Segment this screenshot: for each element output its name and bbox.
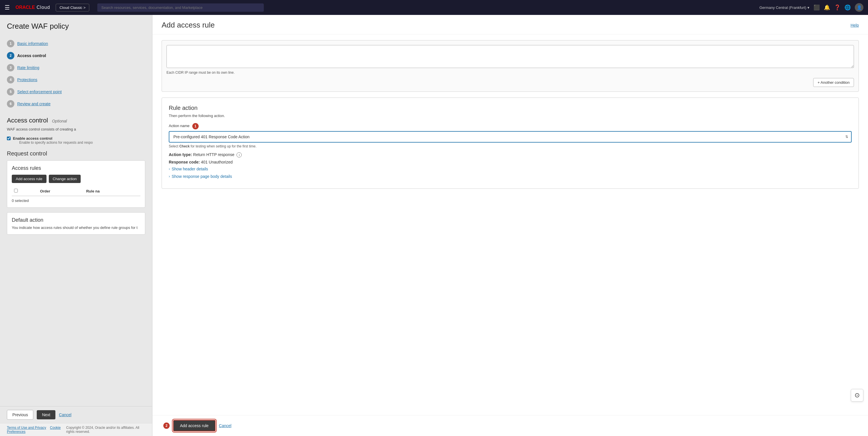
search-bar (97, 3, 264, 12)
access-rules-box: Access rules Add access rule Change acti… (7, 160, 145, 208)
badge-1: 1 (192, 123, 198, 129)
wizard-step-4[interactable]: 4 Protections (7, 74, 145, 86)
cancel-button[interactable]: Cancel (59, 412, 71, 417)
drawer-header: Add access rule Help (152, 15, 868, 34)
step-circle-1: 1 (7, 40, 14, 47)
show-header-details-label: Show header details (172, 167, 208, 171)
oracle-text: ORACLE (16, 5, 35, 10)
step-circle-6: 6 (7, 100, 14, 107)
add-access-rule-button-drawer[interactable]: Add access rule (173, 420, 216, 431)
step-label-2[interactable]: Access control (17, 53, 46, 58)
previous-button[interactable]: Previous (7, 410, 33, 420)
select-hint: Select Check for testing when setting up… (169, 144, 851, 148)
chevron-header-icon: › (169, 167, 170, 171)
rules-toolbar: Add access rule Change action (12, 175, 141, 183)
region-label: Germany Central (Frankfurt) (760, 5, 806, 10)
access-rules-table: Order Rule na (12, 187, 141, 196)
change-action-button[interactable]: Change action (49, 175, 81, 183)
badge-2-wrapper: 2 (162, 423, 169, 429)
region-dropdown-icon: ▾ (807, 5, 809, 10)
info-icon: i (237, 152, 242, 158)
select-all-checkbox[interactable] (14, 189, 18, 193)
rule-action-desc: Then perform the following action. (169, 113, 851, 118)
access-control-heading: Access control (7, 117, 48, 124)
drawer-title: Add access rule (162, 21, 215, 30)
step-label-1[interactable]: Basic information (17, 41, 48, 46)
another-condition-button[interactable]: + Another condition (813, 78, 854, 87)
add-access-rule-drawer: Add access rule Help Each CIDR IP range … (152, 15, 868, 436)
enable-access-control-label[interactable]: Enable access control (13, 136, 52, 140)
floating-help-button[interactable]: ⊙ (851, 389, 863, 402)
checkbox-column-header (12, 187, 38, 196)
step-circle-3: 3 (7, 64, 14, 71)
left-panel: Create WAF policy 1 Basic information 2 … (0, 15, 152, 436)
menu-icon[interactable]: ☰ (5, 4, 10, 11)
terms-left: Terms of Use and Privacy Cookie Preferen… (7, 426, 66, 434)
step-label-6[interactable]: Review and create (17, 102, 51, 106)
cloud-classic-button[interactable]: Cloud Classic > (56, 4, 89, 11)
wizard-steps: 1 Basic information 2 Access control 3 R… (0, 35, 152, 112)
region-selector[interactable]: Germany Central (Frankfurt) ▾ (760, 5, 809, 10)
default-action-heading: Default action (12, 217, 141, 223)
rule-action-section: Rule action Then perform the following a… (162, 98, 859, 189)
globe-icon[interactable]: 🌐 (844, 4, 851, 11)
action-type-info: Action type: Return HTTP response i (169, 152, 851, 158)
oracle-logo: ORACLE Cloud (16, 5, 50, 10)
step-label-4[interactable]: Protections (17, 77, 37, 82)
cidr-textarea[interactable] (166, 45, 854, 68)
search-input[interactable] (97, 3, 264, 12)
help-link[interactable]: Help (850, 23, 859, 28)
rulename-column-header: Rule na (84, 187, 141, 196)
drawer-content: Each CIDR IP range must be on its own li… (152, 34, 868, 415)
top-navigation: ☰ ORACLE Cloud Cloud Classic > Germany C… (0, 0, 868, 15)
wizard-step-6[interactable]: 6 Review and create (7, 98, 145, 110)
request-control-heading: Request control (7, 150, 145, 157)
life-ring-icon: ⊙ (855, 392, 860, 399)
action-name-select[interactable]: Pre-configured 401 Response Code Action (169, 131, 851, 142)
chevron-body-icon: › (169, 174, 170, 178)
order-column-header: Order (38, 187, 84, 196)
enable-access-control-row: Enable access control Enable to specify … (7, 136, 145, 144)
table-header-row: Order Rule na (12, 187, 141, 196)
wizard-step-1[interactable]: 1 Basic information (7, 38, 145, 49)
show-response-body-label: Show response page body details (172, 174, 232, 179)
terminal-icon[interactable]: ⬛ (813, 4, 820, 11)
bell-icon[interactable]: 🔔 (824, 4, 830, 11)
rule-action-heading: Rule action (169, 105, 851, 111)
show-response-body-link[interactable]: › Show response page body details (169, 174, 851, 179)
main-layout: Create WAF policy 1 Basic information 2 … (0, 15, 868, 436)
next-button[interactable]: Next (37, 410, 55, 420)
wizard-step-3[interactable]: 3 Rate limiting (7, 62, 145, 74)
access-control-desc: WAF access control consists of creating … (7, 127, 145, 131)
nav-right: Germany Central (Frankfurt) ▾ ⬛ 🔔 ❓ 🌐 👤 (760, 3, 863, 12)
wizard-step-2[interactable]: 2 Access control (7, 49, 145, 62)
default-action-desc: You indicate how access rules should of … (12, 226, 141, 230)
step-label-3[interactable]: Rate limiting (17, 65, 39, 70)
badge-2: 2 (163, 423, 169, 429)
access-rules-heading: Access rules (12, 165, 141, 171)
cancel-drawer-button[interactable]: Cancel (219, 424, 231, 428)
left-content: Access control Optional WAF access contr… (0, 112, 152, 406)
terms-link[interactable]: Terms of Use and Privacy (7, 426, 46, 430)
terms-footer: Terms of Use and Privacy Cookie Preferen… (0, 423, 152, 436)
step-circle-5: 5 (7, 88, 14, 96)
page-title: Create WAF policy (7, 22, 145, 31)
left-header: Create WAF policy (0, 15, 152, 35)
selected-count: 0 selected (12, 199, 141, 203)
user-avatar[interactable]: 👤 (855, 3, 863, 12)
condition-section: Each CIDR IP range must be on its own li… (162, 40, 859, 92)
add-access-rule-button-left[interactable]: Add access rule (12, 175, 46, 183)
wizard-step-5[interactable]: 5 Select enforcement point (7, 86, 145, 98)
bottom-footer: Previous Next Cancel (0, 406, 152, 423)
optional-badge: Optional (52, 119, 67, 123)
cidr-hint: Each CIDR IP range must be on its own li… (166, 71, 854, 75)
step-label-5[interactable]: Select enforcement point (17, 90, 62, 94)
step-circle-2: 2 (7, 52, 14, 59)
default-action-box: Default action You indicate how access r… (7, 212, 145, 235)
enable-access-control-sub: Enable to specify actions for requests a… (19, 140, 93, 144)
enable-access-control-checkbox[interactable] (7, 137, 11, 140)
show-header-details-link[interactable]: › Show header details (169, 167, 851, 171)
cloud-text: Cloud (37, 5, 50, 10)
action-name-select-wrapper: Pre-configured 401 Response Code Action … (169, 131, 851, 142)
help-icon[interactable]: ❓ (834, 4, 840, 11)
